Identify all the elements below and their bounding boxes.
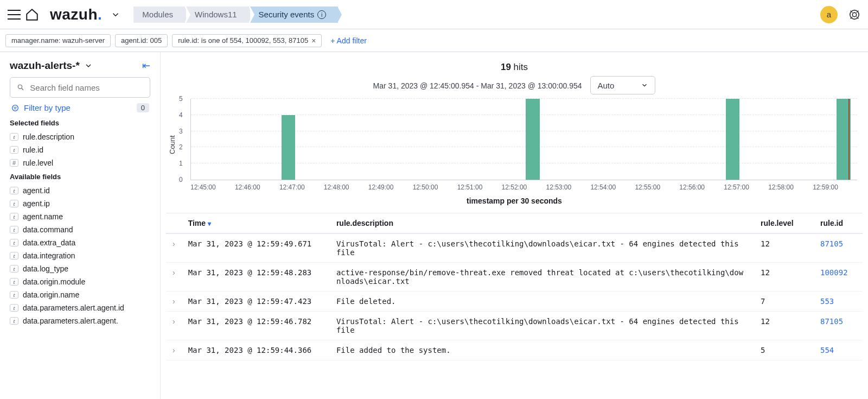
field-name: rule.description bbox=[23, 132, 74, 141]
cell-ruleid[interactable]: 100092 bbox=[814, 263, 863, 292]
chart-xticks: 12:45:0012:46:0012:47:0012:48:0012:49:00… bbox=[190, 180, 857, 191]
chart-bar[interactable] bbox=[526, 99, 539, 180]
field-item[interactable]: tagent.id bbox=[10, 184, 150, 197]
expand-row-icon[interactable]: › bbox=[166, 312, 182, 340]
field-name: data.parameters.alert.agent.id bbox=[23, 303, 124, 312]
breadcrumb-agent[interactable]: Windows11 bbox=[186, 7, 249, 23]
field-item[interactable]: tdata.parameters.alert.agent.id bbox=[10, 301, 150, 314]
col-time[interactable]: Time▾ bbox=[182, 213, 330, 234]
time-marker bbox=[848, 99, 850, 180]
expand-row-icon[interactable]: › bbox=[166, 233, 182, 263]
cell-description: File added to the system. bbox=[330, 340, 754, 360]
cell-ruleid[interactable]: 554 bbox=[814, 340, 863, 360]
available-fields-title: Available fields bbox=[10, 173, 150, 181]
app-name: wazuh bbox=[50, 6, 98, 23]
field-item[interactable]: trule.id bbox=[10, 143, 150, 156]
field-name: data.integration bbox=[23, 251, 75, 260]
field-search-input[interactable] bbox=[30, 83, 143, 92]
cell-level: 12 bbox=[754, 263, 814, 292]
field-search[interactable] bbox=[10, 77, 150, 98]
table-row: ›Mar 31, 2023 @ 12:59:44.366File added t… bbox=[166, 340, 863, 360]
cell-ruleid[interactable]: 553 bbox=[814, 292, 863, 312]
chart-xlabel: timestamp per 30 seconds bbox=[166, 197, 863, 205]
field-item[interactable]: tagent.ip bbox=[10, 197, 150, 210]
cell-ruleid[interactable]: 87105 bbox=[814, 233, 863, 263]
hits-summary: 19 hits bbox=[166, 62, 863, 73]
field-item[interactable]: tdata.integration bbox=[10, 249, 150, 262]
field-name: rule.id bbox=[23, 145, 43, 154]
svg-point-0 bbox=[850, 10, 859, 19]
svg-point-1 bbox=[852, 12, 856, 16]
field-item[interactable]: tdata.log_type bbox=[10, 262, 150, 275]
collapse-sidebar-icon[interactable]: ⇤ bbox=[142, 60, 150, 72]
add-filter-button[interactable]: + Add filter bbox=[330, 36, 367, 45]
cell-description: File deleted. bbox=[330, 292, 754, 312]
hamburger-menu-icon[interactable] bbox=[8, 8, 21, 21]
expand-row-icon[interactable]: › bbox=[166, 263, 182, 292]
chart-yticks: 543210 bbox=[179, 95, 183, 183]
type-badge: t bbox=[10, 265, 18, 273]
chart-bar[interactable] bbox=[726, 99, 739, 180]
info-icon: i bbox=[317, 10, 326, 19]
svg-point-2 bbox=[18, 85, 22, 88]
chevron-down-icon bbox=[84, 61, 93, 70]
user-avatar[interactable]: a bbox=[820, 6, 838, 23]
col-level[interactable]: rule.level bbox=[754, 213, 814, 234]
cell-level: 7 bbox=[754, 292, 814, 312]
filter-type-count: 0 bbox=[137, 103, 149, 112]
filter-pill[interactable]: manager.name: wazuh-server bbox=[5, 34, 111, 47]
svg-point-3 bbox=[12, 105, 18, 111]
type-badge: t bbox=[10, 133, 18, 141]
expand-row-icon[interactable]: › bbox=[166, 292, 182, 312]
interval-select[interactable]: Auto bbox=[590, 76, 655, 94]
type-badge: t bbox=[10, 304, 18, 312]
chart-bar[interactable] bbox=[282, 115, 295, 180]
col-description[interactable]: rule.description bbox=[330, 213, 754, 234]
cell-ruleid[interactable]: 87105 bbox=[814, 312, 863, 340]
cell-time: Mar 31, 2023 @ 12:59:48.283 bbox=[182, 263, 330, 292]
index-pattern-select[interactable]: wazuh-alerts-* bbox=[10, 60, 93, 72]
field-name: data.origin.module bbox=[23, 277, 85, 286]
cell-time: Mar 31, 2023 @ 12:59:49.671 bbox=[182, 233, 330, 263]
breadcrumb-security-events[interactable]: Security events i bbox=[250, 7, 339, 23]
field-name: rule.level bbox=[23, 159, 53, 167]
type-badge: # bbox=[10, 159, 18, 167]
close-icon[interactable]: × bbox=[311, 36, 316, 45]
type-badge: t bbox=[10, 146, 18, 154]
cell-level: 12 bbox=[754, 233, 814, 263]
filter-pill[interactable]: agent.id: 005 bbox=[115, 34, 168, 47]
histogram-chart[interactable]: 543210 12:45:0012:46:0012:47:0012:48:001… bbox=[176, 99, 857, 191]
field-item[interactable]: #rule.level bbox=[10, 156, 150, 169]
sort-desc-icon: ▾ bbox=[208, 220, 211, 227]
field-item[interactable]: tdata.origin.name bbox=[10, 288, 150, 301]
field-item[interactable]: trule.description bbox=[10, 130, 150, 143]
breadcrumb-modules[interactable]: Modules bbox=[133, 7, 185, 23]
field-name: data.parameters.alert.agent. bbox=[23, 316, 118, 325]
filter-icon bbox=[11, 104, 20, 112]
cell-time: Mar 31, 2023 @ 12:59:46.782 bbox=[182, 312, 330, 340]
filter-pill[interactable]: rule.id: is one of 554, 100092, 553, 871… bbox=[172, 34, 322, 47]
field-name: agent.id bbox=[23, 186, 50, 195]
col-ruleid[interactable]: rule.id bbox=[814, 213, 863, 234]
chevron-down-icon bbox=[641, 81, 648, 89]
selected-fields-title: Selected fields bbox=[10, 119, 150, 127]
field-item[interactable]: tagent.name bbox=[10, 210, 150, 223]
type-badge: t bbox=[10, 278, 18, 286]
expand-row-icon[interactable]: › bbox=[166, 340, 182, 360]
home-icon[interactable] bbox=[25, 8, 39, 22]
field-item[interactable]: tdata.origin.module bbox=[10, 275, 150, 288]
filter-by-type-button[interactable]: Filter by type bbox=[11, 103, 71, 112]
field-item[interactable]: tdata.command bbox=[10, 223, 150, 236]
chevron-down-icon[interactable] bbox=[111, 10, 120, 20]
app-logo[interactable]: wazuh. bbox=[50, 6, 102, 23]
field-item[interactable]: tdata.extra_data bbox=[10, 236, 150, 249]
results-table: Time▾ rule.description rule.level rule.i… bbox=[166, 213, 863, 360]
cell-description: VirusTotal: Alert - c:\users\thecotilkin… bbox=[330, 312, 754, 340]
type-badge: t bbox=[10, 226, 18, 233]
table-row: ›Mar 31, 2023 @ 12:59:49.671VirusTotal: … bbox=[166, 233, 863, 263]
lifebuoy-icon[interactable] bbox=[848, 9, 860, 21]
main-panel: 19 hits Mar 31, 2023 @ 12:45:00.954 - Ma… bbox=[161, 52, 868, 399]
type-badge: t bbox=[10, 213, 18, 220]
cell-level: 5 bbox=[754, 340, 814, 360]
field-item[interactable]: tdata.parameters.alert.agent. bbox=[10, 314, 150, 327]
